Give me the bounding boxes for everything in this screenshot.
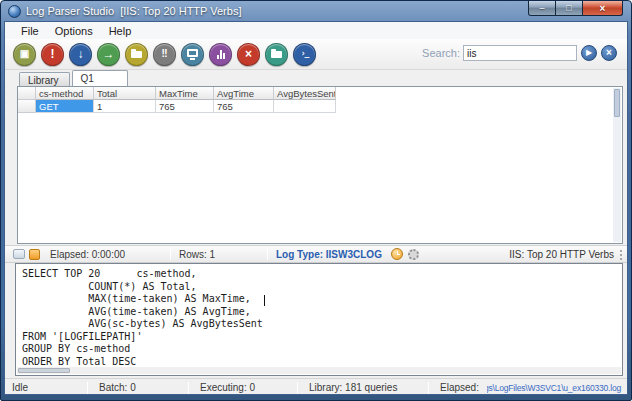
separator <box>170 248 171 260</box>
tab-strip: Library Q1 <box>19 70 130 86</box>
status-elapsed-label: Elapsed: <box>433 382 487 393</box>
bar-chart-icon <box>217 50 225 59</box>
tab-q1[interactable]: Q1 <box>72 70 128 86</box>
scrollbar-thumb[interactable] <box>18 368 70 373</box>
app-window: Log Parser Studio [IIS: Top 20 HTTP Verb… <box>0 0 632 401</box>
open-log-file-button[interactable] <box>125 43 148 66</box>
powershell-icon: ›_ <box>301 50 309 58</box>
column-header-maxtime[interactable]: MaxTime <box>156 87 214 100</box>
separator <box>188 382 189 394</box>
menu-file[interactable]: File <box>13 24 47 38</box>
status-state: Idle <box>5 382 83 393</box>
resize-grip[interactable] <box>618 249 623 260</box>
separator <box>297 382 298 394</box>
sql-editor-panel: SELECT TOP 20 cs-method, COUNT(*) AS Tot… <box>15 263 623 376</box>
column-header-avgbytessent[interactable]: AvgBytesSent <box>274 87 336 100</box>
sql-horizontal-scrollbar[interactable] <box>17 367 621 374</box>
search-go-button[interactable]: ▶ <box>581 45 597 61</box>
column-header-total[interactable]: Total <box>94 87 156 100</box>
export-button[interactable] <box>265 43 288 66</box>
arrow-down-icon: ↓ <box>78 48 84 60</box>
download-queries-button[interactable]: ↓ <box>69 43 92 66</box>
clear-icon: × <box>606 48 612 58</box>
pause-button[interactable]: ‼ <box>153 43 176 66</box>
minimize-button[interactable]: – <box>528 1 556 16</box>
row-count: Rows: 1 <box>175 249 263 260</box>
new-query-button[interactable]: ▣ <box>13 43 36 66</box>
client-area: File Options Help ▣ ! ↓ → ‼ × ›_ Search:… <box>4 21 628 395</box>
elapsed-icon <box>29 249 40 260</box>
stop-query-button[interactable]: ! <box>41 43 64 66</box>
search-clear-button[interactable]: × <box>601 45 617 61</box>
pause-icon: ‼ <box>161 49 167 59</box>
cell-cs-method[interactable]: GET <box>36 100 94 113</box>
query-status-bar: Elapsed: 0:00:00 Rows: 1 Log Type: IISW3… <box>5 245 627 263</box>
separator <box>267 248 268 260</box>
status-executing: Executing: 0 <box>193 382 293 393</box>
x-icon: × <box>245 48 252 60</box>
results-icon <box>13 249 25 259</box>
run-query-button[interactable]: → <box>97 43 120 66</box>
maximize-icon: □ <box>566 4 571 13</box>
document-icon: ▣ <box>20 49 29 59</box>
chart-button[interactable] <box>209 43 232 66</box>
exclamation-icon: ! <box>51 48 55 60</box>
status-bar: Idle Batch: 0 Executing: 0 Library: 181 … <box>5 378 627 395</box>
cell-total[interactable]: 1 <box>94 100 156 113</box>
table-row: GET 1 765 765 <box>18 100 622 113</box>
separator <box>428 382 429 394</box>
powershell-button[interactable]: ›_ <box>293 43 316 66</box>
clock-icon[interactable] <box>391 248 403 260</box>
separator <box>87 382 88 394</box>
close-query-button[interactable]: × <box>237 43 260 66</box>
tab-library[interactable]: Library <box>19 72 70 86</box>
results-grid: cs-method Total MaxTime AvgTime AvgBytes… <box>17 86 623 244</box>
close-icon: × <box>600 4 606 13</box>
column-header-cs-method[interactable]: cs-method <box>36 87 94 100</box>
grid-corner-stub <box>18 87 36 100</box>
grid-vertical-scrollbar[interactable] <box>613 88 621 242</box>
text-caret <box>264 295 265 306</box>
sql-editor[interactable]: SELECT TOP 20 cs-method, COUNT(*) AS Tot… <box>16 264 622 367</box>
app-title: Log Parser Studio <box>26 5 114 17</box>
minimize-icon: – <box>539 4 544 13</box>
close-button[interactable]: × <box>583 1 623 16</box>
monitor-icon <box>187 49 198 57</box>
preview-log-button[interactable] <box>181 43 204 66</box>
folder-icon <box>271 51 282 58</box>
search-label: Search: <box>422 47 460 59</box>
search-input[interactable] <box>463 45 577 61</box>
window-title: Log Parser Studio [IIS: Top 20 HTTP Verb… <box>26 5 241 17</box>
menu-help[interactable]: Help <box>101 24 140 38</box>
title-bar[interactable]: Log Parser Studio [IIS: Top 20 HTTP Verb… <box>1 1 631 21</box>
folder-icon <box>131 51 142 58</box>
search-box: Search: ▶ × <box>422 45 617 61</box>
status-library-count: Library: 181 queries <box>302 382 424 393</box>
arrow-right-icon: → <box>103 48 115 60</box>
query-title: IIS: Top 20 HTTP Verbs <box>509 249 614 260</box>
cell-avgtime[interactable]: 765 <box>214 100 274 113</box>
document-title: [IIS: Top 20 HTTP Verbs] <box>120 5 241 17</box>
maximize-button[interactable]: □ <box>556 1 583 16</box>
elapsed-time: Elapsed: 0:00:00 <box>46 249 166 260</box>
gear-icon[interactable] <box>408 249 419 260</box>
column-header-avgtime[interactable]: AvgTime <box>214 87 274 100</box>
status-batch: Batch: 0 <box>92 382 184 393</box>
app-icon <box>8 5 21 18</box>
row-header-stub[interactable] <box>18 100 36 113</box>
menu-bar: File Options Help <box>5 22 627 39</box>
cell-maxtime[interactable]: 765 <box>156 100 214 113</box>
menu-options[interactable]: Options <box>47 24 101 38</box>
log-file-path-link[interactable]: C:\inetpub\logs\LogFiles\W3SVC1\u_ex1603… <box>487 383 621 393</box>
go-icon: ▶ <box>586 49 592 57</box>
grid-header-row: cs-method Total MaxTime AvgTime AvgBytes… <box>18 87 622 100</box>
scrollbar-thumb[interactable] <box>614 89 620 117</box>
cell-avgbytessent[interactable] <box>274 100 336 113</box>
log-type-label[interactable]: Log Type: IISW3CLOG <box>272 249 386 260</box>
